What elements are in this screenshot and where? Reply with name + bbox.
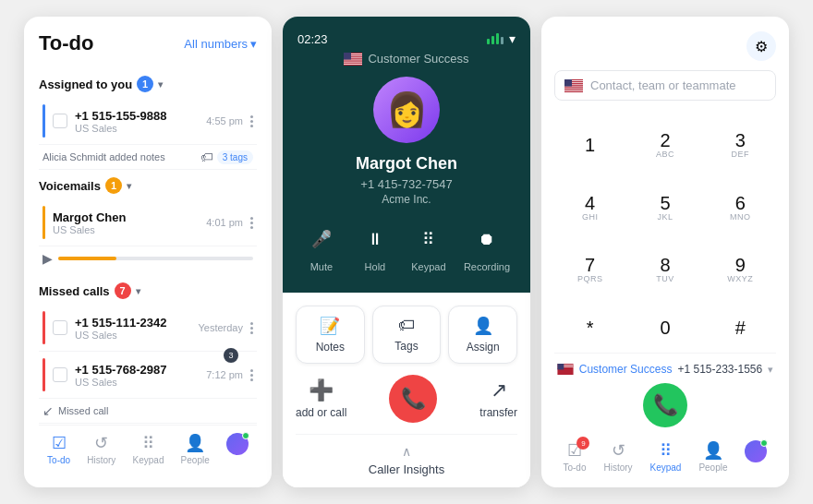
- item-checkbox[interactable]: [53, 367, 67, 382]
- status-bar: 02:23 ▾: [297, 31, 516, 46]
- status-right: ▾: [487, 31, 516, 46]
- nav-avatar[interactable]: [226, 433, 249, 465]
- item-sublabel: US Sales: [75, 330, 190, 341]
- item-info: +1 515-768-2987 US Sales: [75, 363, 199, 388]
- chevron-down-icon: ▾: [250, 37, 257, 51]
- contact-name: Margot Chen: [356, 154, 457, 174]
- contact-company: Acme Inc.: [382, 193, 431, 206]
- bottom-nav: ☑ To-do ↺ History ⠿ Keypad 👤 People: [39, 425, 257, 473]
- hold-button[interactable]: ⏸ Hold: [357, 221, 394, 272]
- mute-button[interactable]: 🎤 Mute: [303, 221, 340, 272]
- transfer-icon: ↗: [491, 378, 507, 402]
- item-checkbox[interactable]: [53, 114, 67, 128]
- chevron-up-icon: ∧: [402, 444, 411, 459]
- voicemails-chevron-icon: ▾: [127, 181, 131, 191]
- dial-key-star[interactable]: *: [554, 303, 625, 353]
- call-select-number: +1 515-233-1556: [677, 363, 762, 376]
- search-row[interactable]: Contact, team or teammate: [554, 70, 776, 101]
- notes-row: Alicia Schmidt added notes 🏷 3 tags: [39, 145, 257, 170]
- hold-icon: ⏸: [357, 221, 394, 258]
- dial-key-0[interactable]: 0: [629, 303, 700, 353]
- people-icon: 👤: [703, 440, 723, 461]
- call-controls: 🎤 Mute ⏸ Hold ⠿ Keypad ⏺ Recording: [303, 221, 510, 272]
- add-or-call-button[interactable]: ➕ add or call: [296, 378, 346, 419]
- right-header: ⚙: [554, 31, 776, 61]
- dial-key-9[interactable]: 9 WXYZ: [705, 241, 776, 300]
- people-icon: 👤: [185, 433, 205, 453]
- dialpad-grid: 1 2 ABC 3 DEF 4 GHI 5 JKL 6 MNO 7 PQRS 8: [554, 115, 776, 353]
- chevron-down-icon[interactable]: ▾: [509, 31, 516, 46]
- item-checkbox[interactable]: [53, 320, 67, 335]
- right-nav-avatar[interactable]: [745, 440, 767, 473]
- dial-key-hash[interactable]: #: [705, 303, 776, 353]
- item-time: 7:12 pm: [206, 369, 243, 380]
- nav-keypad[interactable]: ⠿ Keypad: [133, 433, 164, 465]
- dial-key-2[interactable]: 2 ABC: [629, 115, 700, 174]
- item-bar-yellow: [42, 206, 45, 239]
- settings-icon: ⚙: [755, 38, 768, 55]
- missed-call-item-1[interactable]: +1 515-111-2342 US Sales Yesterday: [39, 305, 257, 352]
- item-info: +1 515-111-2342 US Sales: [75, 316, 190, 341]
- keypad-icon: ⠿: [142, 433, 154, 453]
- right-panel: ⚙ Contact, team or teammate 1: [541, 17, 789, 487]
- svg-rect-9: [344, 61, 362, 62]
- dial-key-4[interactable]: 4 GHI: [554, 178, 625, 237]
- right-nav-people[interactable]: 👤 People: [698, 440, 727, 473]
- contact-avatar: 👩: [373, 77, 440, 143]
- call-screen: 02:23 ▾: [283, 17, 530, 293]
- right-nav-todo[interactable]: ☑ To-do 9: [563, 440, 586, 473]
- assign-button[interactable]: 👤 Assign: [448, 306, 517, 364]
- item-menu-icon[interactable]: [250, 369, 253, 381]
- item-sublabel: US Sales: [53, 224, 199, 235]
- dial-key-3[interactable]: 3 DEF: [705, 115, 776, 174]
- item-bar-red: [42, 311, 45, 344]
- recording-button[interactable]: ⏺ Recording: [464, 221, 510, 272]
- caller-insights-row[interactable]: ∧ Caller Insights: [296, 434, 517, 476]
- item-menu-icon[interactable]: [250, 322, 253, 334]
- nav-history[interactable]: ↺ History: [87, 433, 115, 465]
- keypad-button[interactable]: ⠿ Keypad: [410, 221, 447, 272]
- svg-rect-32: [557, 364, 564, 369]
- search-input[interactable]: Contact, team or teammate: [590, 78, 766, 92]
- history-icon: ↺: [612, 440, 625, 461]
- tags-button[interactable]: 🏷 Tags: [372, 306, 442, 364]
- item-menu-icon[interactable]: [250, 217, 253, 229]
- dial-key-1[interactable]: 1: [554, 115, 625, 174]
- dial-key-6[interactable]: 6 MNO: [705, 178, 776, 237]
- action-buttons: 📝 Notes 🏷 Tags 👤 Assign: [296, 306, 517, 364]
- svg-rect-23: [564, 88, 583, 89]
- recording-icon: ⏺: [468, 221, 505, 258]
- history-icon: ↺: [94, 433, 108, 453]
- right-nav-history[interactable]: ↺ History: [603, 440, 632, 473]
- dial-key-5[interactable]: 5 JKL: [629, 178, 700, 237]
- svg-rect-13: [344, 53, 351, 60]
- dial-key-7[interactable]: 7 PQRS: [554, 241, 625, 300]
- missed-calls-badge: 7: [115, 282, 131, 299]
- item-time: 4:55 pm: [206, 115, 243, 126]
- nav-people[interactable]: 👤 People: [181, 433, 210, 465]
- notes-button[interactable]: 📝 Notes: [296, 306, 365, 364]
- nav-todo[interactable]: ☑ To-do: [47, 433, 70, 465]
- svg-rect-11: [344, 63, 362, 64]
- item-number: +1 515-111-2342: [75, 316, 190, 330]
- hangup-button[interactable]: 📞: [389, 375, 437, 423]
- transfer-button[interactable]: ↗ transfer: [479, 378, 517, 419]
- all-numbers-button[interactable]: All numbers ▾: [184, 37, 257, 51]
- item-menu-icon[interactable]: [250, 115, 253, 127]
- item-sublabel: US Sales: [75, 377, 199, 388]
- missed-call-item-2[interactable]: +1 515-768-2987 US Sales 7:12 pm 3: [39, 352, 257, 399]
- dial-key-8[interactable]: 8 TUV: [629, 241, 700, 300]
- voicemail-item[interactable]: Margot Chen US Sales 4:01 pm: [39, 199, 257, 246]
- assigned-call-item[interactable]: +1 515-155-9888 US Sales 4:55 pm: [39, 98, 257, 145]
- missed-chevron-icon: ▾: [136, 286, 140, 296]
- call-button[interactable]: 📞: [643, 383, 687, 427]
- missed-calls-section-header: Missed calls 7 ▾: [39, 282, 257, 299]
- svg-rect-7: [344, 59, 362, 60]
- settings-button[interactable]: ⚙: [746, 31, 776, 61]
- todo-badge: 9: [576, 437, 589, 450]
- right-nav-keypad[interactable]: ⠿ Keypad: [650, 440, 682, 473]
- missed-call-label-row: ↙ Missed call: [39, 399, 257, 424]
- call-select-row[interactable]: Customer Success +1 515-233-1556 ▾: [557, 363, 773, 376]
- user-avatar: [745, 440, 767, 462]
- play-icon[interactable]: ▶: [42, 251, 53, 266]
